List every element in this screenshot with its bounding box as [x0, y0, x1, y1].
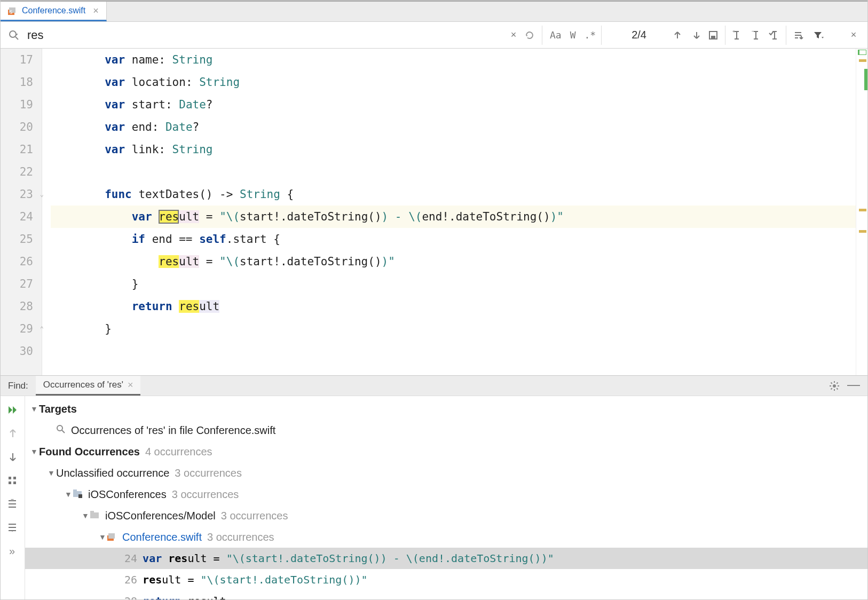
code-line[interactable]: } [51, 318, 856, 340]
folder-icon [90, 511, 101, 520]
find-header: Find: Occurrences of 'res' × — [1, 376, 867, 396]
code-line[interactable]: var result = "\(start!.dateToString()) -… [51, 206, 856, 228]
fold-close-icon[interactable]: ⌃ [40, 318, 44, 340]
code-line[interactable] [51, 161, 856, 183]
minimize-find-icon[interactable]: — [847, 381, 860, 391]
disclosure-triangle-icon[interactable]: ▼ [29, 441, 39, 462]
inspection-marker-icon[interactable] [858, 50, 866, 55]
code-line[interactable]: result = "\(start!.dateToString())" [51, 250, 856, 273]
code-line[interactable]: func textDates() -> String { [51, 183, 856, 206]
result-row[interactable]: 26result = "\(start!.dateToString())" [25, 569, 867, 590]
line-number: 17 [1, 49, 40, 71]
line-number: 28 [1, 295, 40, 318]
find-results-tree[interactable]: ▼TargetsOccurrences of 'res' in file Con… [25, 396, 867, 599]
match-count: 2/4 [605, 29, 668, 41]
line-number: 18 [1, 71, 40, 93]
remove-selection-icon[interactable]: − [748, 26, 767, 45]
editor-tab[interactable]: S Conference.swift × [1, 2, 107, 21]
search-bar: × Aa W .* 2/4 + − × [1, 22, 867, 49]
clear-search-icon[interactable]: × [504, 26, 523, 45]
line-number: 21 [1, 138, 40, 161]
close-tab-icon[interactable]: × [90, 5, 99, 17]
code-line[interactable]: var start: Date? [51, 93, 856, 116]
regex-toggle[interactable]: .* [580, 26, 602, 45]
search-input[interactable] [25, 28, 504, 42]
disclosure-triangle-icon[interactable]: ▼ [81, 505, 90, 526]
search-options-dropdown[interactable] [5, 29, 25, 41]
file-node[interactable]: ▼Conference.swift3 occurrences [25, 526, 867, 548]
code-area[interactable]: var name: String var location: String va… [42, 49, 856, 375]
find-settings-icon[interactable] [829, 381, 840, 391]
svg-rect-33 [13, 481, 16, 484]
unclassified-node[interactable]: ▼Unclassified occurrence3 occurrences [25, 462, 867, 484]
occurrence-count: 3 occurrences [202, 526, 274, 548]
filter-icon[interactable] [809, 26, 828, 45]
tree-label: iOSConferences [88, 484, 167, 505]
words-toggle[interactable]: W [566, 26, 580, 45]
code-line[interactable]: return result [51, 295, 856, 318]
occurrence-count: 4 occurrences [140, 441, 212, 462]
find-toolbar: » [1, 396, 25, 599]
code-line[interactable]: if end == self.start { [51, 228, 856, 250]
code-line[interactable]: var link: String [51, 138, 856, 161]
found-node[interactable]: ▼Found Occurrences4 occurrences [25, 441, 867, 462]
next-occurrence-icon[interactable] [5, 449, 20, 464]
select-all-icon[interactable] [767, 26, 786, 45]
disclosure-triangle-icon[interactable]: ▼ [98, 526, 107, 548]
line-number: 27 [1, 273, 40, 295]
project-node[interactable]: ▼iOSConferences3 occurrences [25, 484, 867, 505]
targets-desc[interactable]: Occurrences of 'res' in file Conference.… [25, 420, 867, 441]
code-line[interactable] [51, 340, 856, 362]
match-marker[interactable] [859, 230, 866, 233]
svg-line-41 [62, 430, 65, 433]
find-tab[interactable]: Occurrences of 'res' × [36, 376, 141, 396]
occurrence-count: 3 occurrences [169, 462, 242, 484]
svg-point-40 [57, 425, 62, 431]
rerun-icon[interactable] [5, 402, 20, 417]
close-search-icon[interactable]: × [844, 26, 863, 45]
targets-node[interactable]: ▼Targets [25, 398, 867, 420]
fold-open-icon[interactable]: ⌄ [40, 183, 44, 206]
result-row[interactable]: 24var result = "\(start!.dateToString())… [25, 548, 867, 569]
result-row[interactable]: 28return result [25, 590, 867, 599]
svg-line-27 [837, 388, 838, 389]
match-marker[interactable] [859, 209, 866, 211]
find-tab-title: Occurrences of 'res' [43, 380, 123, 390]
line-number: 24 [1, 206, 40, 228]
line-gutter: 17181920212223⌄242526272829⌃30 [1, 49, 42, 375]
warning-marker[interactable] [859, 59, 866, 62]
export-results-icon[interactable] [790, 26, 809, 45]
code-line[interactable]: } [51, 273, 856, 295]
disclosure-triangle-icon[interactable]: ▼ [64, 484, 73, 505]
next-match-icon[interactable] [687, 26, 706, 45]
more-icon[interactable]: » [5, 543, 20, 558]
prev-occurrence-icon[interactable] [5, 426, 20, 441]
disclosure-triangle-icon[interactable]: ▼ [29, 398, 39, 420]
svg-rect-43 [73, 490, 77, 492]
result-line: 24var result = "\(start!.dateToString())… [124, 548, 554, 569]
expand-all-icon[interactable] [5, 496, 20, 511]
close-find-tab-icon[interactable]: × [128, 380, 133, 391]
line-number: 30 [1, 340, 40, 362]
tree-label: Conference.swift [122, 526, 202, 548]
svg-line-26 [831, 382, 832, 383]
svg-rect-32 [13, 477, 16, 479]
svg-line-28 [831, 388, 832, 389]
svg-point-21 [833, 384, 836, 388]
code-editor[interactable]: 17181920212223⌄242526272829⌃30 var name:… [1, 49, 867, 375]
folder-node[interactable]: ▼iOSConferences/Model3 occurrences [25, 505, 867, 526]
module-icon [73, 490, 84, 499]
search-history-icon[interactable] [523, 26, 542, 45]
add-selection-icon[interactable]: + [729, 26, 748, 45]
select-all-occurrences-icon[interactable] [706, 26, 725, 45]
group-by-icon[interactable] [5, 473, 20, 488]
code-line[interactable]: var location: String [51, 71, 856, 93]
code-line[interactable]: var name: String [51, 49, 856, 71]
match-case-toggle[interactable]: Aa [546, 26, 566, 45]
prev-match-icon[interactable] [668, 26, 687, 45]
line-number: 29⌃ [1, 318, 40, 340]
occurrence-count: 3 occurrences [216, 505, 288, 526]
collapse-all-icon[interactable] [5, 520, 20, 535]
code-line[interactable]: var end: Date? [51, 116, 856, 138]
disclosure-triangle-icon[interactable]: ▼ [46, 462, 56, 484]
